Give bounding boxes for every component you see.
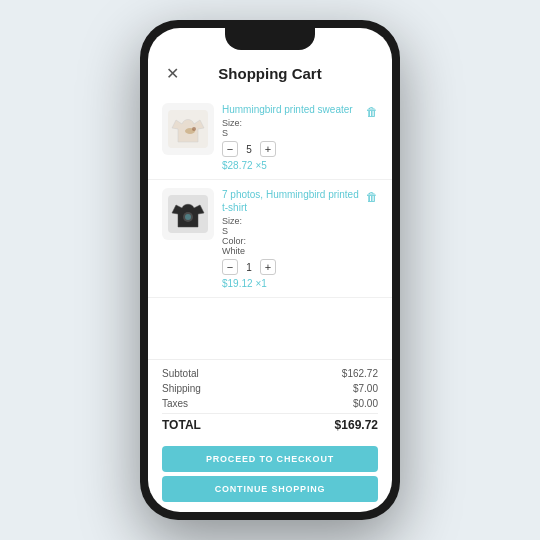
cart-title: Shopping Cart xyxy=(182,65,358,82)
subtotal-row: Subtotal $162.72 xyxy=(162,368,378,379)
item-1-qty-increase[interactable]: + xyxy=(260,141,276,157)
continue-shopping-button[interactable]: CONTINUE SHOPPING xyxy=(162,476,378,502)
shipping-label: Shipping xyxy=(162,383,201,394)
item-2-details: 7 photos, Hummingbird printed t-shirt Si… xyxy=(214,188,366,289)
proceed-to-checkout-button[interactable]: PROCEED TO CHECKOUT xyxy=(162,446,378,472)
item-1-image xyxy=(162,103,214,155)
item-1-qty-decrease[interactable]: − xyxy=(222,141,238,157)
shipping-row: Shipping $7.00 xyxy=(162,383,378,394)
item-2-image xyxy=(162,188,214,240)
taxes-value: $0.00 xyxy=(353,398,378,409)
item-1-qty-row: − 5 + xyxy=(222,141,366,157)
cart-header: ✕ Shopping Cart xyxy=(148,56,392,91)
item-1-meta: Size: S xyxy=(222,118,366,138)
shipping-value: $7.00 xyxy=(353,383,378,394)
item-2-delete-button[interactable]: 🗑 xyxy=(366,188,378,204)
item-1-size: Size: S xyxy=(222,118,366,138)
phone-screen: ✕ Shopping Cart xyxy=(148,28,392,512)
order-summary: Subtotal $162.72 Shipping $7.00 Taxes $0… xyxy=(148,359,392,440)
taxes-row: Taxes $0.00 xyxy=(162,398,378,409)
item-2-qty-decrease[interactable]: − xyxy=(222,259,238,275)
screen-content: ✕ Shopping Cart xyxy=(148,28,392,512)
item-1-details: Hummingbird printed sweater Size: S − 5 … xyxy=(214,103,366,171)
item-2-name[interactable]: 7 photos, Hummingbird printed t-shirt xyxy=(222,188,366,214)
subtotal-label: Subtotal xyxy=(162,368,199,379)
action-buttons: PROCEED TO CHECKOUT CONTINUE SHOPPING xyxy=(148,440,392,512)
item-1-price: $28.72 ×5 xyxy=(222,160,366,171)
item-2-price: $19.12 ×1 xyxy=(222,278,366,289)
item-2-qty-value: 1 xyxy=(244,262,254,273)
close-button[interactable]: ✕ xyxy=(162,64,182,83)
total-row: TOTAL $169.72 xyxy=(162,413,378,432)
cart-item-2: 7 photos, Hummingbird printed t-shirt Si… xyxy=(148,180,392,298)
total-value: $169.72 xyxy=(335,418,378,432)
item-1-qty-value: 5 xyxy=(244,144,254,155)
cart-item-1: Hummingbird printed sweater Size: S − 5 … xyxy=(148,95,392,180)
item-2-qty-row: − 1 + xyxy=(222,259,366,275)
item-2-color: Color: White xyxy=(222,236,366,256)
phone-frame: ✕ Shopping Cart xyxy=(140,20,400,520)
svg-point-2 xyxy=(192,127,196,131)
svg-point-5 xyxy=(185,214,191,220)
item-1-name[interactable]: Hummingbird printed sweater xyxy=(222,103,366,116)
item-2-size: Size: S xyxy=(222,216,366,236)
subtotal-value: $162.72 xyxy=(342,368,378,379)
cart-items-list: Hummingbird printed sweater Size: S − 5 … xyxy=(148,91,392,359)
taxes-label: Taxes xyxy=(162,398,188,409)
item-2-qty-increase[interactable]: + xyxy=(260,259,276,275)
total-label: TOTAL xyxy=(162,418,201,432)
phone-notch xyxy=(225,28,315,50)
item-1-delete-button[interactable]: 🗑 xyxy=(366,103,378,119)
item-2-meta: Size: S Color: White xyxy=(222,216,366,256)
